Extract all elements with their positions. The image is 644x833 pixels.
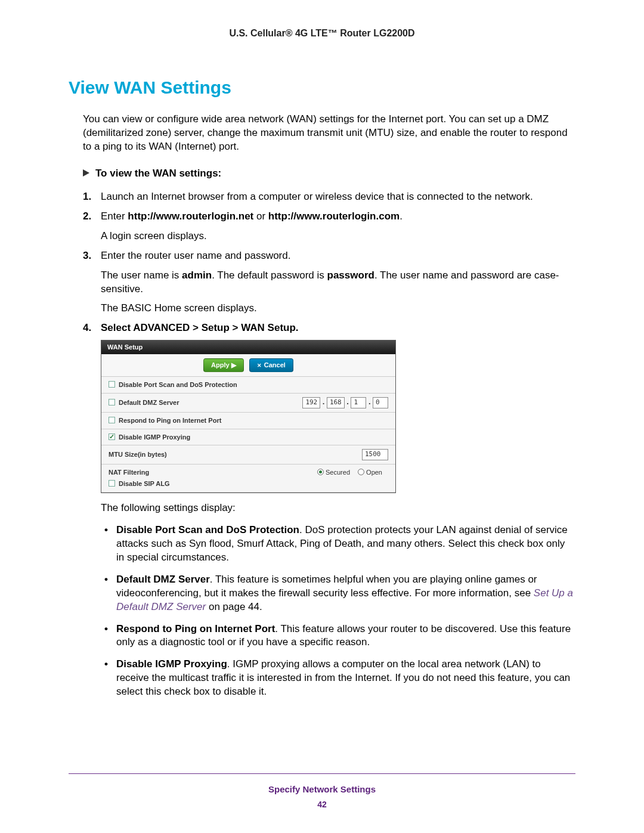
checkbox-portscan[interactable] bbox=[109, 381, 115, 388]
step-1: Launch an Internet browser from a comput… bbox=[83, 190, 575, 204]
label-nat: NAT Filtering bbox=[109, 468, 149, 477]
bullet-dmz-rest-b: on page 44. bbox=[206, 601, 262, 612]
footer-chapter-title: Specify Network Settings bbox=[69, 784, 575, 795]
apply-button[interactable]: Apply ▶ bbox=[203, 358, 244, 372]
bullet-igmp: Disable IGMP Proxying. IGMP proxying all… bbox=[116, 658, 575, 699]
ip-octet-2[interactable]: 168 bbox=[327, 397, 345, 408]
row-dmz: Default DMZ Server 192.168.1.0 bbox=[101, 394, 395, 413]
ip-octet-1[interactable]: 192 bbox=[302, 397, 320, 408]
row-mtu: MTU Size(in bytes) 1500 bbox=[101, 445, 395, 465]
radio-open[interactable] bbox=[358, 469, 364, 475]
page-footer: Specify Network Settings 42 bbox=[69, 773, 575, 810]
label-secured: Secured bbox=[326, 469, 350, 476]
label-ping: Respond to Ping on Internet Port bbox=[119, 417, 221, 424]
label-dmz: Default DMZ Server bbox=[119, 399, 179, 406]
step-2-sub: A login screen displays. bbox=[101, 230, 575, 243]
step-4-text: Select ADVANCED > Setup > WAN Setup. bbox=[101, 322, 299, 333]
bullet-portscan-term: Disable Port Scan and DoS Protection bbox=[116, 524, 299, 535]
radio-secured[interactable] bbox=[317, 469, 324, 475]
bullet-portscan: Disable Port Scan and DoS Protection. Do… bbox=[116, 524, 575, 565]
procedure-heading-text: To view the WAN settings: bbox=[95, 168, 221, 179]
bullet-igmp-term: Disable IGMP Proxying bbox=[116, 658, 227, 670]
settings-display-intro: The following settings display: bbox=[101, 501, 575, 515]
checkbox-sip[interactable] bbox=[109, 480, 115, 487]
checkbox-dmz[interactable] bbox=[109, 399, 115, 405]
document-header: U.S. Cellular® 4G LTE™ Router LG2200D bbox=[69, 27, 575, 40]
checkbox-ping[interactable] bbox=[109, 417, 115, 423]
bullet-dmz-term: Default DMZ Server bbox=[116, 574, 210, 585]
label-open: Open bbox=[366, 469, 382, 476]
step-4: Select ADVANCED > Setup > WAN Setup. WAN… bbox=[83, 321, 575, 699]
step-2-url1: http://www.routerlogin.net bbox=[128, 210, 253, 222]
step-2-url2: http://www.routerlogin.com bbox=[268, 210, 400, 222]
bullet-ping: Respond to Ping on Internet Port. This f… bbox=[116, 623, 575, 650]
label-portscan: Disable Port Scan and DoS Protection bbox=[119, 381, 237, 388]
wan-button-row: Apply ▶ Cancel bbox=[101, 354, 395, 377]
bullet-ping-term: Respond to Ping on Internet Port bbox=[116, 623, 275, 634]
row-portscan: Disable Port Scan and DoS Protection bbox=[101, 377, 395, 394]
cancel-button[interactable]: Cancel bbox=[249, 358, 293, 372]
label-sip: Disable SIP ALG bbox=[119, 480, 170, 487]
step-3-sub1-c: . The default password is bbox=[212, 270, 327, 281]
ip-octet-4[interactable]: 0 bbox=[373, 397, 388, 408]
wan-setup-panel: WAN Setup Apply ▶ Cancel Disable Port Sc… bbox=[101, 340, 396, 493]
mtu-field[interactable]: 1500 bbox=[362, 449, 388, 460]
step-2-prefix: Enter bbox=[101, 210, 128, 222]
step-2-mid: or bbox=[253, 210, 268, 222]
arrow-icon bbox=[83, 169, 89, 176]
section-title: View WAN Settings bbox=[69, 76, 575, 100]
row-igmp: Disable IGMP Proxying bbox=[101, 429, 395, 446]
step-3-sub1-b: admin bbox=[182, 270, 212, 281]
procedure-heading: To view the WAN settings: bbox=[83, 167, 575, 181]
checkbox-igmp[interactable] bbox=[109, 433, 115, 440]
footer-page-number: 42 bbox=[69, 799, 575, 810]
bullet-dmz: Default DMZ Server. This feature is some… bbox=[116, 573, 575, 614]
wan-panel-title: WAN Setup bbox=[101, 340, 395, 354]
label-igmp: Disable IGMP Proxying bbox=[119, 433, 190, 441]
step-1-text: Launch an Internet browser from a comput… bbox=[101, 191, 533, 202]
step-3-sub1-d: password bbox=[327, 270, 374, 281]
step-3-sub1-a: The user name is bbox=[101, 270, 182, 281]
step-3-sub2: The BASIC Home screen displays. bbox=[101, 302, 575, 315]
ip-octet-3[interactable]: 1 bbox=[351, 397, 366, 408]
step-2: Enter http://www.routerlogin.net or http… bbox=[83, 210, 575, 243]
row-ping: Respond to Ping on Internet Port bbox=[101, 413, 395, 429]
row-nat: NAT Filtering Secured Open Disable SIP A… bbox=[101, 465, 395, 493]
label-mtu: MTU Size(in bytes) bbox=[109, 450, 167, 459]
step-3-text: Enter the router user name and password. bbox=[101, 250, 290, 261]
section-intro: You can view or configure wide area netw… bbox=[83, 113, 575, 154]
nat-radios: Secured Open bbox=[317, 468, 388, 477]
procedure-steps: Launch an Internet browser from a comput… bbox=[83, 190, 575, 699]
dmz-ip-fields: 192.168.1.0 bbox=[302, 397, 388, 408]
step-3: Enter the router user name and password.… bbox=[83, 249, 575, 316]
step-3-sub1: The user name is admin. The default pass… bbox=[101, 269, 575, 296]
step-2-suffix: . bbox=[400, 210, 402, 222]
settings-bullets: Disable Port Scan and DoS Protection. Do… bbox=[101, 524, 575, 699]
